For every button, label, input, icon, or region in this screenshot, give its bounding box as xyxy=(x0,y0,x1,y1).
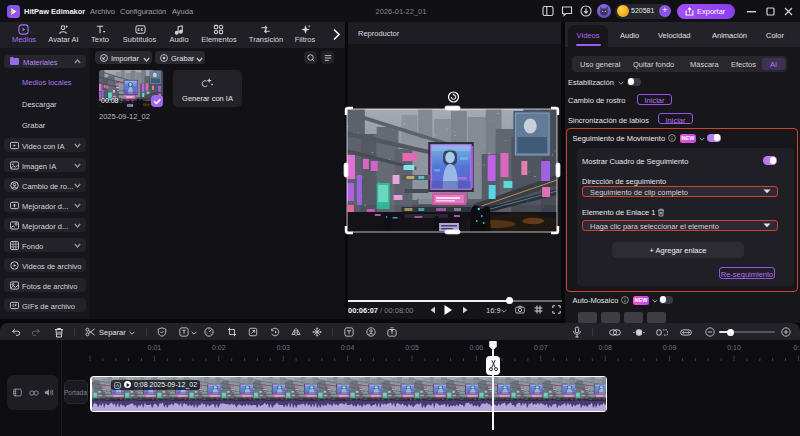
svg-text:0:02: 0:02 xyxy=(212,344,226,351)
svg-text:0:10: 0:10 xyxy=(727,344,741,351)
svg-text:0:06: 0:06 xyxy=(470,344,484,351)
svg-text:0:05: 0:05 xyxy=(405,344,419,351)
svg-text:0:03: 0:03 xyxy=(276,344,290,351)
svg-text:0:07: 0:07 xyxy=(534,344,548,351)
svg-text:0:08: 0:08 xyxy=(598,344,612,351)
svg-text:0:09: 0:09 xyxy=(663,344,677,351)
svg-text:0:1: 0:1 xyxy=(794,344,800,351)
svg-text:0:01: 0:01 xyxy=(148,344,162,351)
svg-text:0:04: 0:04 xyxy=(341,344,355,351)
